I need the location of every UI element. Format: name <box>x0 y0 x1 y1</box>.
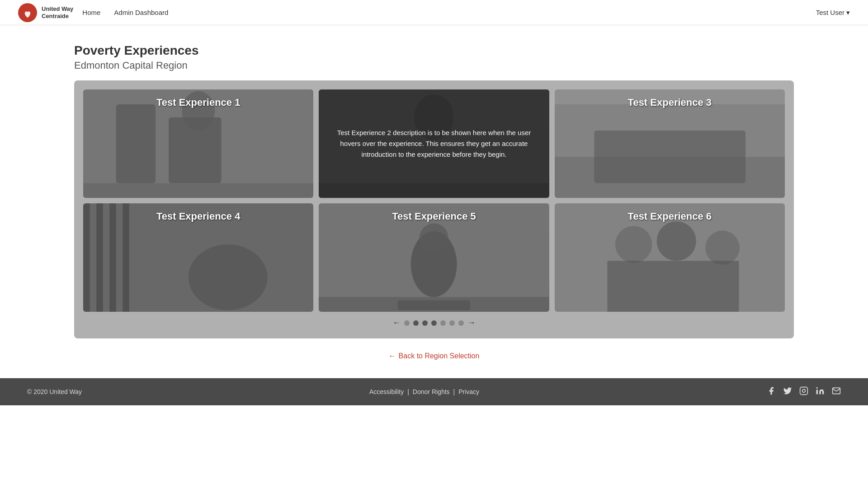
footer-social <box>767 386 841 398</box>
experience-card-5[interactable]: Test Experience 5 <box>319 203 549 312</box>
nav-left: United Way Centraide Home Admin Dashboar… <box>18 3 168 22</box>
nav-admin-link[interactable]: Admin Dashboard <box>114 9 168 16</box>
carousel-dot-1[interactable] <box>404 320 410 326</box>
nav-links: Home Admin Dashboard <box>82 9 168 16</box>
footer-copyright: © 2020 United Way <box>27 388 82 395</box>
experience-card-3[interactable]: Test Experience 3 <box>555 89 785 198</box>
instagram-icon[interactable] <box>799 386 808 398</box>
footer-links: Accessibility | Donor Rights | Privacy <box>369 388 479 395</box>
page-subtitle: Edmonton Capital Region <box>74 60 794 71</box>
carousel-dot-6[interactable] <box>449 320 455 326</box>
logo[interactable]: United Way Centraide <box>18 3 73 22</box>
page-title: Poverty Experiences <box>74 43 794 58</box>
card-1-overlay: Test Experience 1 <box>83 89 313 198</box>
carousel-dot-7[interactable] <box>458 320 464 326</box>
back-link-label: Back to Region Selection <box>399 352 480 360</box>
experience-card-2[interactable]: Test Experience 2 description is to be s… <box>319 89 549 198</box>
facebook-icon[interactable] <box>767 386 776 398</box>
back-arrow-icon: ← <box>389 352 396 360</box>
card-3-overlay: Test Experience 3 <box>555 89 785 198</box>
linkedin-icon[interactable] <box>816 386 825 398</box>
card-3-title: Test Experience 3 <box>628 97 712 108</box>
experiences-carousel: Test Experience 1 Test Experience 2 desc… <box>74 80 794 338</box>
card-1-title: Test Experience 1 <box>156 97 240 108</box>
card-4-title: Test Experience 4 <box>156 211 240 222</box>
svg-point-33 <box>816 387 818 388</box>
carousel-prev-arrow[interactable]: ← <box>392 318 401 328</box>
footer: © 2020 United Way Accessibility | Donor … <box>0 378 868 405</box>
user-label: Test User <box>816 9 844 16</box>
carousel-dot-2[interactable] <box>413 320 419 326</box>
nav-home-link[interactable]: Home <box>82 9 100 16</box>
page-header: Poverty Experiences Edmonton Capital Reg… <box>0 25 868 80</box>
card-5-overlay: Test Experience 5 <box>319 203 549 312</box>
footer-donor-rights-link[interactable]: Donor Rights <box>413 388 450 395</box>
footer-separator-1: | <box>407 388 409 395</box>
carousel-next-arrow[interactable]: → <box>467 318 476 328</box>
carousel-dot-4[interactable] <box>431 320 437 326</box>
footer-separator-2: | <box>453 388 455 395</box>
logo-icon <box>18 3 37 22</box>
user-menu[interactable]: Test User ▾ <box>816 9 850 17</box>
logo-text: United Way Centraide <box>42 5 73 19</box>
user-dropdown-icon: ▾ <box>846 9 850 17</box>
card-5-title: Test Experience 5 <box>392 211 476 222</box>
carousel-dot-5[interactable] <box>440 320 446 326</box>
twitter-icon[interactable] <box>783 386 792 398</box>
card-2-description: Test Experience 2 description is to be s… <box>319 127 549 160</box>
mail-icon[interactable] <box>832 386 841 398</box>
card-6-title: Test Experience 6 <box>628 211 712 222</box>
carousel-nav: ← → <box>83 318 785 329</box>
experience-card-1[interactable]: Test Experience 1 <box>83 89 313 198</box>
carousel-dot-3[interactable] <box>422 320 428 326</box>
card-6-overlay: Test Experience 6 <box>555 203 785 312</box>
experience-card-4[interactable]: Test Experience 4 <box>83 203 313 312</box>
experiences-grid: Test Experience 1 Test Experience 2 desc… <box>83 89 785 312</box>
card-4-overlay: Test Experience 4 <box>83 203 313 312</box>
svg-rect-31 <box>800 387 808 394</box>
card-2-overlay: Test Experience 2 description is to be s… <box>319 89 549 198</box>
back-to-region-link[interactable]: ← Back to Region Selection <box>389 352 480 360</box>
footer-accessibility-link[interactable]: Accessibility <box>369 388 404 395</box>
navbar: United Way Centraide Home Admin Dashboar… <box>0 0 868 25</box>
footer-privacy-link[interactable]: Privacy <box>458 388 479 395</box>
back-link-container: ← Back to Region Selection <box>0 338 868 378</box>
experience-card-6[interactable]: Test Experience 6 <box>555 203 785 312</box>
